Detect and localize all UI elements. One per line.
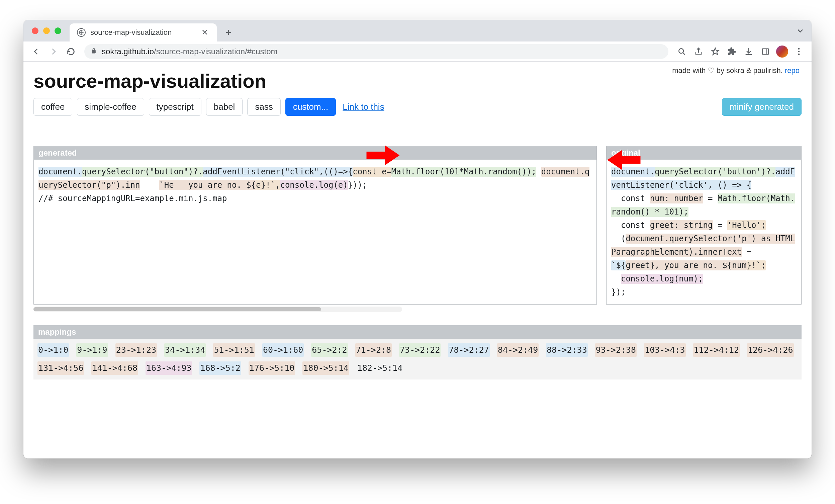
mapping-item[interactable]: 65->2:2 [311,343,348,357]
maximize-window-icon[interactable] [55,27,61,34]
mapping-item[interactable]: 168->5:2 [199,361,241,375]
mapping-item[interactable]: 73->2:22 [399,343,441,357]
svg-rect-2 [762,48,769,54]
mapping-item[interactable]: 182->5:14 [357,361,403,375]
generated-code[interactable]: document.querySelector("button")?.addEve… [34,160,596,210]
tab-coffee[interactable]: coffee [34,98,72,116]
window-controls [32,27,61,34]
minimize-window-icon[interactable] [43,27,50,34]
tab-simple-coffee[interactable]: simple-coffee [77,98,144,116]
example-tabs: coffee simple-coffee typescript babel sa… [34,98,801,116]
profile-avatar[interactable] [775,44,790,59]
repo-link[interactable]: repo [785,66,799,75]
mapping-item[interactable]: 180->5:14 [302,361,349,375]
close-tab-icon[interactable]: ✕ [200,28,209,37]
page-content: made with ♡ by sokra & paulirish. repo s… [23,62,812,459]
source-mapping-comment: //# sourceMappingURL=example.min.js.map [39,194,227,203]
mappings-panel: mappings 0->1:09->1:923->1:2334->1:3451-… [34,325,801,380]
menu-icon[interactable] [792,44,806,59]
downloads-icon[interactable] [741,44,756,59]
horizontal-scrollbar[interactable] [34,306,402,312]
svg-point-4 [798,51,800,52]
globe-icon [77,28,86,37]
tab-strip: source-map-visualization ✕ + [23,20,812,41]
toolbar-right [674,44,806,59]
panel-generated: generated document.querySelector("button… [34,146,597,305]
mappings-list: 0->1:09->1:923->1:2334->1:3451->1:5160->… [34,339,801,380]
tab-typescript[interactable]: typescript [149,98,201,116]
code-panels: generated document.querySelector("button… [34,146,801,305]
new-tab-button[interactable]: + [221,25,236,40]
mapping-item[interactable]: 176->5:10 [248,361,295,375]
annotation-arrow-left [606,146,642,175]
svg-point-5 [798,53,800,55]
reload-button[interactable] [64,44,78,59]
mapping-item[interactable]: 23->1:23 [116,343,157,357]
close-window-icon[interactable] [32,27,39,34]
mapping-item[interactable]: 112->4:12 [693,343,740,357]
tab-custom[interactable]: custom... [285,98,336,116]
mapping-item[interactable]: 141->4:68 [91,361,138,375]
annotation-arrow-right [365,142,402,170]
mapping-item[interactable]: 84->2:49 [497,343,538,357]
svg-point-1 [679,48,684,53]
mapping-item[interactable]: 34->1:34 [164,343,206,357]
side-panel-icon[interactable] [758,44,773,59]
extensions-icon[interactable] [725,44,739,59]
mapping-item[interactable]: 131->4:56 [38,361,84,375]
svg-point-3 [798,48,800,49]
panel-generated-header: generated [34,146,596,160]
mapping-item[interactable]: 88->2:33 [546,343,587,357]
mapping-item[interactable]: 0->1:0 [38,343,69,357]
search-icon[interactable] [674,44,689,59]
forward-button[interactable] [46,44,61,59]
tabs-overflow-icon[interactable] [796,26,805,37]
original-code[interactable]: document.querySelector('button')?.addEve… [607,160,801,304]
tab-babel[interactable]: babel [206,98,243,116]
browser-tab-active[interactable]: source-map-visualization ✕ [69,23,217,41]
tab-title: source-map-visualization [90,28,171,37]
mappings-header: mappings [34,325,801,339]
mapping-item[interactable]: 93->2:38 [595,343,637,357]
mapping-item[interactable]: 60->1:60 [262,343,304,357]
mapping-item[interactable]: 103->4:3 [644,343,686,357]
mapping-item[interactable]: 78->2:27 [448,343,489,357]
back-button[interactable] [29,44,43,59]
mapping-item[interactable]: 9->1:9 [76,343,108,357]
heart-icon: ♡ [708,66,715,75]
lock-icon [90,47,97,56]
mapping-item[interactable]: 51->1:51 [213,343,254,357]
address-bar[interactable]: sokra.github.io/source-map-visualization… [84,44,668,59]
url-text: sokra.github.io/source-map-visualization… [102,47,278,56]
mapping-item[interactable]: 126->4:26 [747,343,794,357]
tab-sass[interactable]: sass [247,98,280,116]
mapping-item[interactable]: 163->4:93 [145,361,192,375]
share-icon[interactable] [691,44,706,59]
bookmark-star-icon[interactable] [708,44,722,59]
link-to-this[interactable]: Link to this [343,102,384,112]
browser-toolbar: sokra.github.io/source-map-visualization… [23,41,812,62]
scrollbar-thumb[interactable] [34,307,321,311]
mapping-item[interactable]: 71->2:8 [355,343,392,357]
credits-text: made with ♡ by sokra & paulirish. repo [672,66,799,75]
minify-generated-button[interactable]: minify generated [722,98,801,116]
browser-window: source-map-visualization ✕ + sokra.githu… [23,20,812,459]
